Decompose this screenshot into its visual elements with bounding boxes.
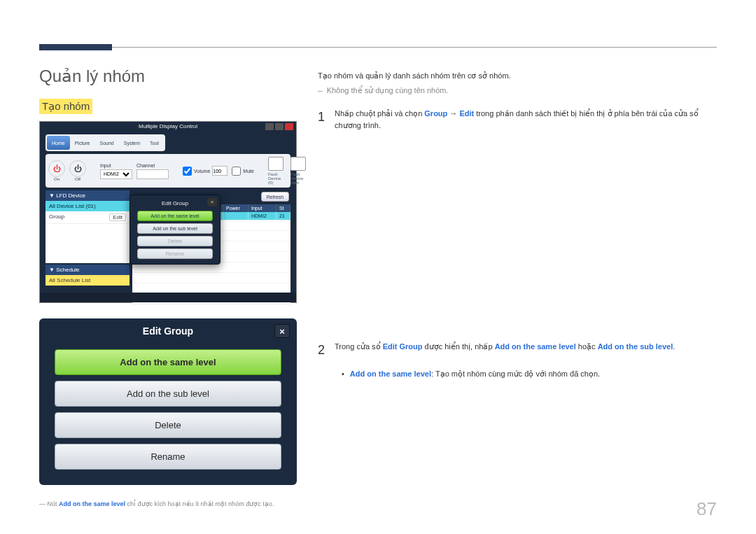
footnote-text-a: Nút	[48, 500, 59, 507]
link-edit-group: Edit Group	[383, 342, 423, 351]
fault-device-icon[interactable]: Fault Device (0)	[268, 157, 284, 185]
fault-alert-icon[interactable]: Fault Device Alert	[290, 157, 306, 185]
power-on-button[interactable]: ⏻	[48, 160, 65, 177]
tab-system[interactable]: System	[119, 136, 145, 150]
close-icon[interactable]	[285, 123, 293, 130]
step-1: 1 Nhấp chuột phải và chọn Group → Edit t…	[318, 108, 717, 131]
mdc-app-screenshot: Multiple Display Control Home Picture So…	[39, 121, 297, 303]
intro-text: Tạo nhóm và quản lý danh sách nhóm trên …	[318, 70, 717, 82]
sidebar-blank	[46, 224, 130, 263]
rename-button[interactable]: Rename	[55, 444, 281, 470]
footnote: ― Nút Add on the same level chỉ được kíc…	[39, 500, 297, 507]
power-off-button[interactable]: ⏻	[69, 160, 86, 177]
col-power: Power	[223, 204, 248, 212]
tab-home[interactable]: Home	[47, 136, 70, 150]
page-number: 87	[696, 498, 717, 520]
rename-button: Rename	[137, 248, 213, 259]
mute-field: Mute	[232, 167, 254, 176]
channel-label: Channel	[136, 163, 169, 168]
minimize-icon[interactable]	[265, 123, 274, 130]
dialog-title: Edit Group ×	[39, 318, 297, 344]
window-title: Multiple Display Control	[40, 122, 296, 132]
edit-group-dialog-small: Edit Group × Add on the same level Add o…	[130, 195, 220, 265]
sidebar: ▼ LFD Device All Device List (01) Group …	[46, 190, 130, 290]
step-2-number: 2	[318, 341, 325, 360]
step-1-text: Nhấp chuột phải và chọn Group → Edit tro…	[335, 108, 717, 131]
input-select[interactable]: HDMI2	[100, 169, 132, 179]
channel-field: Channel	[136, 163, 169, 179]
input-field: Input HDMI2	[100, 163, 132, 179]
link-edit: Edit	[459, 109, 474, 118]
bullet-1: • Add on the same level: Tạo một nhóm cù…	[342, 368, 717, 380]
col-input: Input	[248, 204, 276, 212]
volume-label: Volume	[194, 169, 210, 174]
bullet-label: Add on the same level	[350, 370, 431, 378]
volume-checkbox[interactable]	[183, 167, 192, 176]
link-group: Group	[424, 109, 447, 118]
footnote-text-c: chỉ được kích hoạt nếu ít nhất một nhóm …	[125, 500, 274, 507]
note-text: Không thể sử dụng cùng tên nhóm.	[327, 86, 449, 94]
input-label: Input	[100, 163, 132, 168]
main-tabs: Home Picture Sound System Tool	[46, 134, 165, 151]
bullet-1-text: Add on the same level: Tạo một nhóm cùng…	[350, 368, 600, 380]
link-add-sub: Add on the sub level	[598, 342, 673, 351]
power-off-group: ⏻ Off	[69, 160, 86, 181]
sidebar-schedule-list[interactable]: All Schedule List	[46, 275, 130, 286]
sidebar-group-row[interactable]: Group Edit	[46, 211, 130, 224]
cell-power	[223, 212, 248, 220]
channel-input	[136, 169, 169, 179]
volume-input[interactable]	[212, 166, 227, 176]
volume-field: Volume	[183, 166, 227, 176]
right-column: Tạo nhóm và quản lý danh sách nhóm trên …	[318, 70, 717, 380]
dialog-close-icon[interactable]: ×	[274, 324, 290, 338]
add-sub-level-button[interactable]: Add on the sub level	[137, 223, 213, 234]
status-bar	[40, 293, 296, 302]
maximize-icon[interactable]	[275, 123, 284, 130]
delete-button[interactable]: Delete	[55, 412, 281, 438]
sidebar-lfd-header[interactable]: ▼ LFD Device	[46, 190, 130, 201]
refresh-button[interactable]: Refresh	[261, 192, 289, 202]
header-rule	[112, 47, 717, 48]
tab-picture[interactable]: Picture	[70, 136, 95, 150]
power-on-group: ⏻ On	[48, 160, 65, 181]
footnote-dash: ―	[39, 500, 46, 507]
section-title: Tạo nhóm	[39, 99, 92, 114]
delete-button: Delete	[137, 236, 213, 246]
step-1-number: 1	[318, 108, 325, 127]
footnote-bold: Add on the same level	[59, 500, 125, 507]
edit-group-dialog-large: Edit Group × Add on the same level Add o…	[39, 318, 297, 485]
page-title: Quản lý nhóm	[39, 66, 297, 86]
header-accent-bar	[39, 44, 112, 50]
left-column: Quản lý nhóm Tạo nhóm Multiple Display C…	[39, 66, 297, 507]
on-label: On	[54, 177, 59, 181]
cell-st: 21	[276, 212, 290, 220]
group-label: Group	[49, 213, 64, 221]
sidebar-all-devices[interactable]: All Device List (01)	[46, 201, 130, 211]
tab-tool[interactable]: Tool	[145, 136, 164, 150]
add-same-level-button[interactable]: Add on the same level	[137, 211, 213, 221]
toolbar: ⏻ On ⏻ Off Input HDMI2 Channel Volume	[46, 154, 290, 188]
mute-checkbox[interactable]	[232, 167, 241, 176]
bullet-desc: : Tạo một nhóm cùng mức độ với nhóm đã c…	[431, 370, 600, 378]
add-same-level-button[interactable]: Add on the same level	[55, 349, 281, 375]
dialog-title: Edit Group ×	[133, 198, 217, 209]
dialog-close-icon[interactable]: ×	[207, 198, 217, 206]
note-dash: ―	[318, 86, 323, 95]
window-buttons	[265, 123, 293, 130]
step-2-text: Trong cửa sổ Edit Group được hiển thị, n…	[335, 341, 717, 353]
link-add-same: Add on the same level	[495, 342, 576, 351]
cell-input: HDMI2	[248, 212, 276, 220]
off-label: Off	[75, 177, 80, 181]
bullet-dot: •	[342, 368, 344, 380]
tab-sound[interactable]: Sound	[94, 136, 118, 150]
status-icons: Fault Device (0) Fault Device Alert	[268, 157, 306, 185]
sidebar-schedule-header[interactable]: ▼ Schedule	[46, 265, 130, 275]
step-2: 2 Trong cửa sổ Edit Group được hiển thị,…	[318, 341, 717, 360]
mute-label: Mute	[243, 169, 254, 174]
add-sub-level-button[interactable]: Add on the sub level	[55, 381, 281, 407]
col-st: St	[276, 204, 290, 212]
intro-note: ―Không thể sử dụng cùng tên nhóm.	[318, 85, 717, 97]
edit-button[interactable]: Edit	[109, 213, 126, 221]
